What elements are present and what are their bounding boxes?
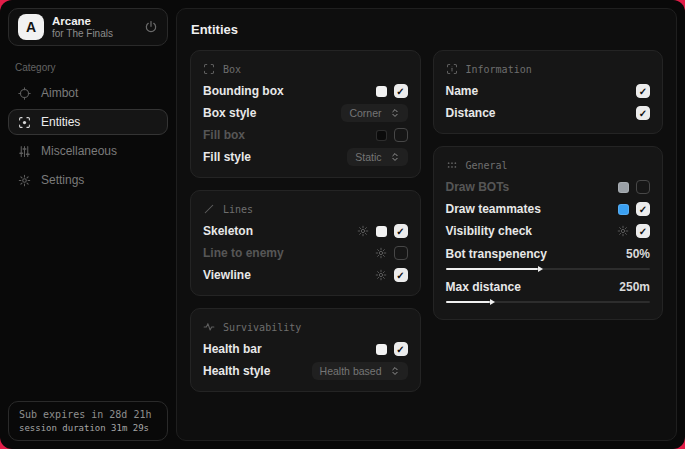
setting-row-health-style: Health style Health based xyxy=(203,360,408,382)
color-swatch[interactable] xyxy=(376,344,387,355)
sliders-icon xyxy=(18,145,31,158)
setting-row-skeleton: Skeleton xyxy=(203,220,408,242)
slider-fill xyxy=(446,268,538,270)
panel-survivability: Survivability Health bar Health style xyxy=(190,308,421,392)
setting-row-box-style: Box style Corner xyxy=(203,102,408,124)
fill-box-checkbox[interactable] xyxy=(394,128,408,142)
scan-brackets-icon xyxy=(203,63,215,75)
panel-general: General Draw BOTs Draw teammates xyxy=(433,146,664,320)
gear-icon[interactable] xyxy=(617,225,629,237)
setting-row-fill-style: Fill style Static xyxy=(203,146,408,168)
setting-row-viewline: Viewline xyxy=(203,264,408,286)
session-duration: session duration 31m 29s xyxy=(19,423,157,433)
panel-lines: Lines Skeleton xyxy=(190,190,421,296)
category-label: Category xyxy=(15,62,161,73)
brand-name: Arcane xyxy=(52,15,113,28)
pulse-icon xyxy=(203,321,215,333)
draw-bots-checkbox[interactable] xyxy=(636,180,650,194)
sub-expiry: Sub expires in 28d 21h xyxy=(19,409,157,420)
draw-teammates-checkbox[interactable] xyxy=(636,202,650,216)
sidebar: A Arcane for The Finals Category Aimbot xyxy=(8,8,168,441)
setting-row-name: Name xyxy=(446,80,651,102)
gear-icon[interactable] xyxy=(375,269,387,281)
chevrons-up-down-icon xyxy=(390,108,400,118)
sidebar-item-settings[interactable]: Settings xyxy=(8,167,168,193)
color-swatch[interactable] xyxy=(618,182,629,193)
fill-style-dropdown[interactable]: Static xyxy=(347,148,407,166)
main-content: Entities Box Bounding box xyxy=(176,8,677,441)
sidebar-item-entities[interactable]: Entities xyxy=(8,109,168,135)
setting-row-draw-teammates: Draw teammates xyxy=(446,198,651,220)
info-scan-icon xyxy=(446,63,458,75)
setting-row-health-bar: Health bar xyxy=(203,338,408,360)
health-bar-checkbox[interactable] xyxy=(394,342,408,356)
grid-dots-icon xyxy=(446,159,458,171)
line-to-enemy-checkbox[interactable] xyxy=(394,246,408,260)
panel-information: Information Name Distance xyxy=(433,50,664,134)
panel-box: Box Bounding box Box style Corne xyxy=(190,50,421,178)
left-column: Box Bounding box Box style Corne xyxy=(190,50,421,392)
color-swatch[interactable] xyxy=(376,130,387,141)
bounding-box-checkbox[interactable] xyxy=(394,84,408,98)
box-style-dropdown[interactable]: Corner xyxy=(341,104,407,122)
bot-transparency-value: 50% xyxy=(626,247,650,261)
brand-subtitle: for The Finals xyxy=(52,28,113,40)
page-title: Entities xyxy=(191,22,662,37)
gear-icon xyxy=(18,174,31,187)
setting-row-fill-box: Fill box xyxy=(203,124,408,146)
sidebar-item-miscellaneous[interactable]: Miscellaneous xyxy=(8,138,168,164)
panel-title: Lines xyxy=(223,204,253,215)
setting-row-line-to-enemy: Line to enemy xyxy=(203,242,408,264)
diagonal-line-icon xyxy=(203,203,215,215)
color-swatch[interactable] xyxy=(376,86,387,97)
gear-icon[interactable] xyxy=(357,225,369,237)
bot-transparency-slider[interactable] xyxy=(446,268,651,270)
sidebar-item-label: Entities xyxy=(41,115,80,129)
setting-row-visibility-check: Visibility check xyxy=(446,220,651,242)
sidebar-item-label: Settings xyxy=(41,173,84,187)
color-swatch[interactable] xyxy=(376,226,387,237)
health-style-dropdown[interactable]: Health based xyxy=(312,362,408,380)
panel-title: Information xyxy=(466,64,532,75)
setting-row-bounding-box: Bounding box xyxy=(203,80,408,102)
app-window: A Arcane for The Finals Category Aimbot xyxy=(0,0,685,449)
skeleton-checkbox[interactable] xyxy=(394,224,408,238)
visibility-check-checkbox[interactable] xyxy=(636,224,650,238)
brand-card: A Arcane for The Finals xyxy=(8,8,168,46)
sidebar-item-label: Miscellaneous xyxy=(41,144,117,158)
sidebar-item-label: Aimbot xyxy=(41,86,78,100)
right-column: Information Name Distance xyxy=(433,50,664,320)
gear-icon[interactable] xyxy=(375,247,387,259)
sidebar-item-aimbot[interactable]: Aimbot xyxy=(8,80,168,106)
viewline-checkbox[interactable] xyxy=(394,268,408,282)
bot-transparency-row: Bot transpenency 50% xyxy=(446,244,651,264)
name-checkbox[interactable] xyxy=(636,84,650,98)
max-distance-row: Max distance 250m xyxy=(446,277,651,297)
panel-title: Survivability xyxy=(223,322,301,333)
subscription-card: Sub expires in 28d 21h session duration … xyxy=(8,401,168,441)
panel-title: General xyxy=(466,160,508,171)
color-swatch[interactable] xyxy=(618,204,629,215)
panel-title: Box xyxy=(223,64,241,75)
crosshair-icon xyxy=(18,87,31,100)
max-distance-slider[interactable] xyxy=(446,301,651,303)
chevrons-up-down-icon xyxy=(390,152,400,162)
distance-checkbox[interactable] xyxy=(636,106,650,120)
max-distance-value: 250m xyxy=(619,280,650,294)
setting-row-distance: Distance xyxy=(446,102,651,124)
chevrons-up-down-icon xyxy=(390,366,400,376)
entities-icon xyxy=(18,116,31,129)
setting-row-draw-bots: Draw BOTs xyxy=(446,176,651,198)
power-icon[interactable] xyxy=(144,20,158,34)
slider-fill xyxy=(446,301,491,303)
brand-logo: A xyxy=(18,14,44,40)
backdrop: { "colors": { "backdrop": "#e11d48", "ch… xyxy=(0,0,685,449)
